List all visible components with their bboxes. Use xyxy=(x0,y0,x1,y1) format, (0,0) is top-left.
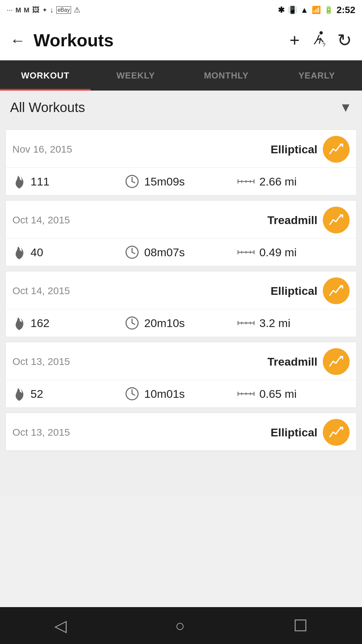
ruler-icon xyxy=(237,318,255,328)
vibrate-icon: 📳 xyxy=(288,6,297,14)
status-bar: ··· M M 🖼 ✦ ↓ eBay ⚠ ✱ 📳 ▲ 📶 🔋 2:52 xyxy=(0,0,362,20)
app-header: ← Workouts + ? ↻ xyxy=(0,20,362,60)
view-chart-button[interactable] xyxy=(323,207,350,233)
ruler-icon xyxy=(237,388,255,399)
svg-text:?: ? xyxy=(322,42,325,48)
ruler-icon xyxy=(237,176,255,187)
gmail-icon: M xyxy=(15,6,21,14)
notification-dots-icon: ··· xyxy=(7,6,13,14)
tab-bar: WORKOUT WEEKLY MONTHLY YEARLY xyxy=(0,60,362,91)
workout-card[interactable]: Nov 16, 2015 Elliptical 111 xyxy=(5,129,357,196)
distance-stat: 2.66 mi xyxy=(237,175,350,188)
distance-stat: 3.2 mi xyxy=(237,317,350,330)
ruler-icon xyxy=(237,247,255,258)
add-workout-button[interactable]: + xyxy=(290,32,300,49)
status-icons: ··· M M 🖼 ✦ ↓ eBay ⚠ xyxy=(7,6,80,14)
calories-value: 52 xyxy=(31,387,43,400)
refresh-button[interactable]: ↻ xyxy=(337,32,352,49)
workout-card[interactable]: Oct 13, 2015 Treadmill 52 xyxy=(5,342,357,408)
distance-value: 0.49 mi xyxy=(259,246,297,259)
svg-line-22 xyxy=(132,323,135,324)
home-nav-icon: ○ xyxy=(175,616,185,635)
recent-nav-icon: ☐ xyxy=(293,616,308,635)
chart-icon xyxy=(328,283,344,299)
home-nav-button[interactable]: ○ xyxy=(175,616,185,635)
duration-stat: 08m07s xyxy=(125,245,237,260)
clock-icon xyxy=(125,245,139,260)
card-stats: 40 08m07s 0.49 mi xyxy=(6,238,356,266)
workout-date: Oct 14, 2015 xyxy=(12,285,70,297)
card-type-row: Treadmill xyxy=(267,348,350,375)
calories-value: 40 xyxy=(31,246,43,259)
calories-stat: 111 xyxy=(12,174,125,189)
ebay-icon: eBay xyxy=(56,6,71,14)
view-chart-button[interactable] xyxy=(323,277,350,304)
workout-date: Oct 14, 2015 xyxy=(12,214,70,226)
card-type-row: Elliptical xyxy=(270,277,350,304)
distance-stat: 0.49 mi xyxy=(237,246,350,259)
tab-yearly[interactable]: YEARLY xyxy=(272,60,362,91)
distance-value: 3.2 mi xyxy=(259,317,291,330)
calories-value: 162 xyxy=(31,317,50,330)
card-type-row: Elliptical xyxy=(270,419,350,446)
runner-unknown-button[interactable]: ? xyxy=(310,30,327,50)
gmail2-icon: M xyxy=(24,6,29,14)
view-chart-button[interactable] xyxy=(323,136,350,163)
card-type-row: Treadmill xyxy=(267,207,350,233)
view-chart-button[interactable] xyxy=(323,419,350,446)
card-header: Oct 13, 2015 Treadmill xyxy=(6,342,356,380)
flame-icon xyxy=(12,386,26,401)
chart-icon xyxy=(328,212,344,228)
page-title: Workouts xyxy=(34,30,114,50)
header-left: ← Workouts xyxy=(10,30,114,50)
workout-date: Oct 13, 2015 xyxy=(12,427,70,438)
workout-filter[interactable]: All Workouts ▼ xyxy=(0,91,362,124)
calories-stat: 52 xyxy=(12,386,125,401)
back-nav-icon: ◁ xyxy=(54,616,67,635)
duration-stat: 20m10s xyxy=(125,316,237,330)
tab-monthly[interactable]: MONTHLY xyxy=(181,60,272,91)
card-header: Oct 14, 2015 Treadmill xyxy=(6,201,356,238)
workout-date: Nov 16, 2015 xyxy=(12,144,72,155)
card-stats: 111 15m09s 2.66 mi xyxy=(6,168,356,195)
workout-list: Nov 16, 2015 Elliptical 111 xyxy=(0,124,362,497)
view-chart-button[interactable] xyxy=(323,348,350,375)
recent-nav-button[interactable]: ☐ xyxy=(293,616,308,635)
back-nav-button[interactable]: ◁ xyxy=(54,616,67,635)
card-type-row: Elliptical xyxy=(270,136,350,163)
time-display: 2:52 xyxy=(337,5,355,15)
card-header: Oct 13, 2015 Elliptical xyxy=(6,413,356,451)
card-header: Nov 16, 2015 Elliptical xyxy=(6,130,356,168)
duration-value: 10m01s xyxy=(144,387,185,400)
bluetooth-icon: ✱ xyxy=(278,5,285,15)
header-actions: + ? ↻ xyxy=(290,30,352,50)
workout-card[interactable]: Oct 14, 2015 Treadmill 40 xyxy=(5,200,357,266)
chevron-down-icon: ▼ xyxy=(339,100,352,115)
duration-stat: 10m01s xyxy=(125,386,237,401)
svg-line-13 xyxy=(132,252,135,254)
clock-icon xyxy=(125,316,139,330)
workout-type: Treadmill xyxy=(267,355,317,368)
signal-icon: 📶 xyxy=(312,6,321,14)
clock-icon xyxy=(125,386,139,401)
tab-workout[interactable]: WORKOUT xyxy=(0,60,90,91)
chart-icon xyxy=(328,142,344,157)
status-right-icons: ✱ 📳 ▲ 📶 🔋 2:52 xyxy=(278,5,355,15)
workout-card[interactable]: Oct 13, 2015 Elliptical xyxy=(5,413,357,451)
svg-line-31 xyxy=(132,394,135,395)
distance-value: 0.65 mi xyxy=(259,387,297,400)
filter-label: All Workouts xyxy=(10,100,85,115)
duration-value: 15m09s xyxy=(144,175,185,188)
workout-card[interactable]: Oct 14, 2015 Elliptical 162 xyxy=(5,271,357,337)
warning-icon: ⚠ xyxy=(74,6,80,14)
dropbox-icon: ✦ xyxy=(42,6,47,14)
workout-type: Elliptical xyxy=(270,284,317,298)
svg-point-0 xyxy=(319,31,323,35)
card-stats: 162 20m10s 3.2 mi xyxy=(6,309,356,337)
back-button[interactable]: ← xyxy=(10,31,25,49)
flame-icon xyxy=(12,315,26,331)
chart-icon xyxy=(328,425,344,440)
runner-icon: ? xyxy=(310,30,327,48)
distance-stat: 0.65 mi xyxy=(237,387,350,400)
tab-weekly[interactable]: WEEKLY xyxy=(90,60,181,91)
